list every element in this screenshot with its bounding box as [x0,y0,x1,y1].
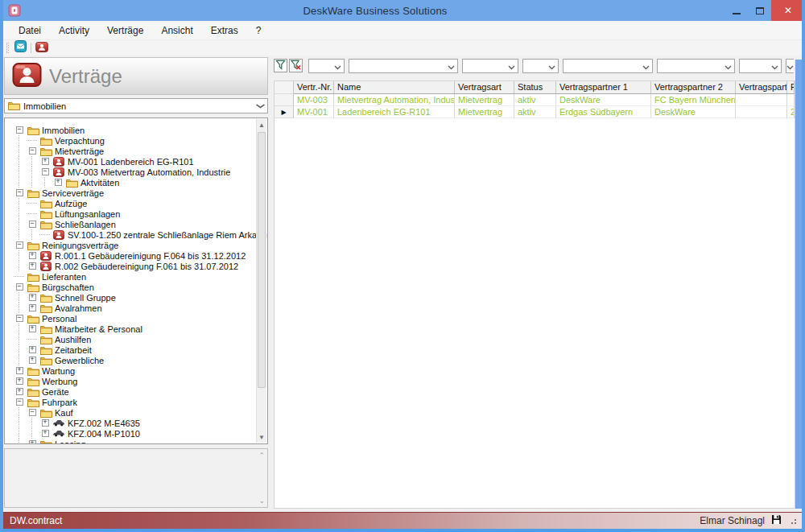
tree-item[interactable]: −Mietverträge [13,146,267,156]
expand-icon[interactable]: + [39,156,52,167]
column-header-8[interactable]: F [787,81,795,94]
expand-icon[interactable]: + [26,292,39,303]
expand-icon[interactable]: + [26,261,39,271]
tree-item[interactable]: −Personal [13,313,267,324]
tree-item[interactable]: +Aktvitäten [13,177,267,188]
expand-icon[interactable]: + [26,355,39,365]
table-row[interactable]: ▶MV-001Ladenbereich EG-R101Mietvertragak… [275,106,795,118]
row-selector-current[interactable]: ▶ [275,106,294,118]
tree-item[interactable]: −MV-003 Mietvertrag Automation, Industri… [13,167,267,177]
tree-item[interactable]: +Werbung [13,376,267,386]
expand-icon[interactable]: + [26,439,39,444]
filter-combobox-5[interactable] [563,59,653,73]
filter-combobox-6[interactable] [657,59,735,73]
menu-extras[interactable]: Extras [202,22,247,39]
category-combobox[interactable]: Immobilien [4,98,268,113]
expand-icon[interactable]: + [26,303,39,313]
filter-combobox-2[interactable] [349,59,458,73]
filter-combobox-7[interactable] [739,59,782,73]
tree-item[interactable]: Lieferanten [13,271,267,282]
scroll-down-icon[interactable]: ⌄ [258,497,265,505]
tree-item[interactable]: +Leasing [13,439,267,444]
column-header-7[interactable]: Vertragspartn [736,81,787,94]
expand-icon[interactable]: + [13,365,26,376]
minimize-button[interactable] [724,0,748,21]
column-header-5[interactable]: Vertragspartner 1 [556,81,651,94]
tree-item[interactable]: −Schließanlagen [13,219,267,229]
collapse-icon[interactable]: − [13,240,26,250]
column-header-6[interactable]: Vertragspartner 2 [651,81,736,94]
column-header-4[interactable]: Status [514,81,556,94]
tree-item[interactable]: +Wartung [13,365,267,376]
collapse-icon[interactable]: − [26,146,39,156]
filter-combobox-3[interactable] [462,59,518,73]
mail-button[interactable] [13,41,28,55]
filter-combobox-1[interactable] [308,59,345,73]
tree-item[interactable]: −Immobilien [13,125,267,135]
tree-item[interactable]: −Bürgschaften [13,282,267,292]
collapse-icon[interactable]: − [13,125,26,135]
save-icon[interactable] [771,513,782,528]
tree-item[interactable]: +KFZ.004 M-P1010 [13,428,267,439]
tree-item[interactable]: Lüftungsanlagen [13,208,267,219]
tree-item[interactable]: Aufzüge [13,198,267,208]
menu-activity[interactable]: Activity [50,22,98,39]
scroll-up-icon[interactable]: ⌃ [258,452,265,460]
row-selector[interactable] [275,94,294,106]
apply-filter-button[interactable] [274,59,287,72]
expand-icon[interactable]: + [26,250,39,261]
filter-combobox-8[interactable] [786,59,794,73]
tree-item[interactable]: −Reinigungsverträge [13,240,267,250]
menu-?[interactable]: ? [247,22,270,39]
resize-grip[interactable] [790,518,797,525]
tree-item[interactable]: Verpachtung [13,135,267,146]
tree-item[interactable]: −Serviceverträge [13,188,267,198]
scrollbar-thumb[interactable] [258,132,266,388]
tree-item[interactable]: +Geräte [13,386,267,397]
tree-item[interactable]: +R.001.1 Gebäudereinigung F.064 bis 31.1… [13,250,267,261]
grid-vertical-scrollbar[interactable] [795,60,802,509]
scroll-up-icon[interactable]: ▲ [257,119,266,130]
tree-item[interactable]: +Schnell Gruppe [13,292,267,303]
tree-item[interactable]: +MV-001 Ladenbereich EG-R101 [13,156,267,167]
expand-icon[interactable]: + [26,344,39,355]
collapse-icon[interactable]: − [13,282,26,292]
collapse-icon[interactable]: − [13,313,26,324]
column-header-3[interactable]: Vertragsart [455,81,514,94]
toolbar-grip[interactable] [6,43,10,53]
menu-vertrge[interactable]: Verträge [98,22,152,39]
chevron-down-icon[interactable] [255,102,266,110]
collapse-icon[interactable]: − [39,167,52,177]
expand-icon[interactable]: + [26,324,39,334]
collapse-icon[interactable]: − [13,397,26,407]
tree-item[interactable]: +Mitarbeiter & Personal [13,324,267,334]
tree-scrollbar[interactable]: ▲ ▼ [256,119,266,443]
menu-ansicht[interactable]: Ansicht [152,22,201,39]
column-header-1[interactable]: Vertr.-Nr. [294,81,334,94]
contact-button[interactable] [34,41,49,55]
table-row[interactable]: MV-003Mietvertrag Automation, IndustriMi… [275,94,795,106]
expand-icon[interactable]: + [13,386,26,397]
clear-filter-button[interactable] [289,59,303,72]
scroll-down-icon[interactable]: ▼ [257,431,266,443]
collapse-icon[interactable]: − [13,188,26,198]
expand-icon[interactable]: + [13,376,26,386]
collapse-icon[interactable]: − [26,219,39,229]
close-button[interactable]: ✕ [771,0,805,21]
collapse-icon[interactable]: − [26,407,39,418]
expand-icon[interactable]: + [39,418,52,428]
column-header-2[interactable]: Name [334,81,455,94]
tree-item[interactable]: Aushilfen [13,334,267,344]
tree-item[interactable]: +Gewerbliche [13,355,267,365]
expand-icon[interactable]: + [52,177,64,188]
maximize-button[interactable] [748,0,771,21]
tree-item[interactable]: −Kauf [13,407,267,418]
expand-icon[interactable]: + [39,428,52,439]
tree-item[interactable]: +R.002 Gebäudereinigung F.061 bis 31.07.… [13,261,267,271]
tree-item[interactable]: +Avalrahmen [13,303,267,313]
tree-item[interactable]: +KFZ.002 M-E4635 [13,418,267,428]
filter-combobox-4[interactable] [522,59,559,73]
tree-item[interactable]: −Fuhrpark [13,397,267,407]
tree-item[interactable]: SV.100-1.250 zentrale Schließanlage Riem… [13,229,267,240]
menu-datei[interactable]: Datei [10,22,50,39]
